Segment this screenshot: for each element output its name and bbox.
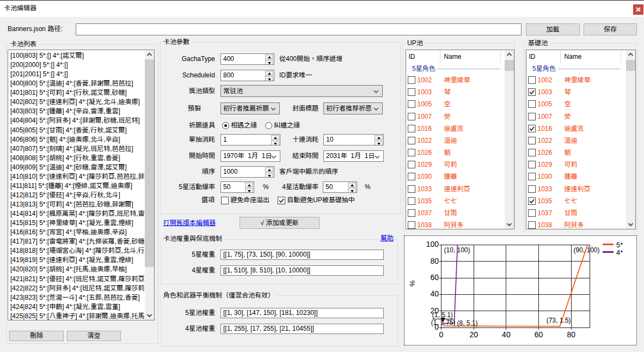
svg-text:80: 80: [567, 330, 576, 339]
svg-text:(10, 100): (10, 100): [444, 246, 470, 254]
svg-text:60: 60: [430, 273, 439, 282]
svg-text:(73, 1.5): (73, 1.5): [547, 317, 571, 324]
svg-text:100: 100: [426, 240, 439, 248]
svg-text:80: 80: [430, 257, 439, 265]
svg-text:0: 0: [439, 330, 444, 339]
svg-text:20: 20: [469, 330, 478, 339]
svg-text:60: 60: [535, 330, 543, 339]
svg-text:(8, 5.1): (8, 5.1): [457, 319, 477, 327]
svg-text:40: 40: [430, 289, 439, 298]
svg-text:40: 40: [502, 330, 511, 339]
svg-text:(90, 100): (90, 100): [573, 246, 599, 254]
svg-text:%: %: [408, 280, 416, 287]
svg-text:5*: 5*: [616, 241, 623, 249]
svg-text:4*: 4*: [616, 248, 623, 257]
